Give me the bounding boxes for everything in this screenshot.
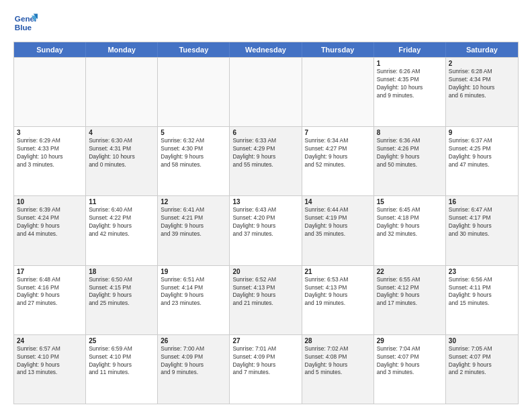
day-info: Sunrise: 6:50 AM Sunset: 4:15 PM Dayligh… [89, 276, 154, 308]
calendar-cell: 22Sunrise: 6:55 AM Sunset: 4:12 PM Dayli… [374, 266, 446, 334]
calendar-cell: 4Sunrise: 6:30 AM Sunset: 4:31 PM Daylig… [86, 127, 158, 195]
day-info: Sunrise: 6:26 AM Sunset: 4:35 PM Dayligh… [377, 68, 443, 100]
day-number: 24 [17, 337, 83, 345]
day-number: 19 [161, 268, 226, 275]
day-number: 23 [449, 268, 515, 275]
calendar-header-cell: Friday [374, 42, 446, 57]
calendar-cell: 25Sunrise: 6:59 AM Sunset: 4:10 PM Dayli… [86, 335, 158, 404]
day-info: Sunrise: 6:39 AM Sunset: 4:24 PM Dayligh… [17, 206, 83, 238]
day-number: 10 [17, 198, 83, 205]
calendar-cell: 1Sunrise: 6:26 AM Sunset: 4:35 PM Daylig… [374, 58, 446, 126]
calendar-cell [14, 58, 86, 126]
calendar-header: SundayMondayTuesdayWednesdayThursdayFrid… [14, 42, 518, 57]
day-number: 3 [17, 129, 83, 136]
day-number: 27 [232, 337, 298, 345]
logo-icon: General Blue [13, 11, 38, 35]
calendar-header-cell: Sunday [14, 42, 86, 57]
header: General Blue [13, 11, 519, 35]
day-info: Sunrise: 6:36 AM Sunset: 4:26 PM Dayligh… [377, 137, 443, 169]
day-number: 14 [305, 198, 371, 205]
day-number: 18 [89, 268, 154, 275]
day-info: Sunrise: 7:01 AM Sunset: 4:09 PM Dayligh… [232, 345, 298, 377]
calendar-cell: 17Sunrise: 6:48 AM Sunset: 4:16 PM Dayli… [14, 266, 86, 334]
day-info: Sunrise: 6:45 AM Sunset: 4:18 PM Dayligh… [377, 206, 443, 238]
day-number: 30 [449, 337, 515, 345]
calendar-cell [86, 58, 158, 126]
calendar-cell: 19Sunrise: 6:51 AM Sunset: 4:14 PM Dayli… [158, 266, 230, 334]
day-info: Sunrise: 6:29 AM Sunset: 4:33 PM Dayligh… [17, 137, 83, 169]
page: General Blue SundayMondayTuesdayWednesda… [0, 0, 532, 411]
calendar: SundayMondayTuesdayWednesdayThursdayFrid… [13, 42, 519, 404]
day-number: 17 [17, 268, 83, 275]
calendar-cell: 16Sunrise: 6:47 AM Sunset: 4:17 PM Dayli… [446, 196, 518, 265]
day-number: 12 [161, 198, 226, 205]
day-number: 11 [89, 198, 154, 205]
calendar-cell [158, 58, 230, 126]
calendar-cell: 12Sunrise: 6:41 AM Sunset: 4:21 PM Dayli… [158, 196, 230, 265]
calendar-row: 1Sunrise: 6:26 AM Sunset: 4:35 PM Daylig… [14, 57, 518, 126]
day-number: 9 [449, 129, 515, 136]
day-number: 29 [377, 337, 443, 345]
calendar-cell: 29Sunrise: 7:04 AM Sunset: 4:07 PM Dayli… [374, 335, 446, 404]
calendar-cell: 10Sunrise: 6:39 AM Sunset: 4:24 PM Dayli… [14, 196, 86, 265]
calendar-cell: 23Sunrise: 6:56 AM Sunset: 4:11 PM Dayli… [446, 266, 518, 334]
day-info: Sunrise: 6:37 AM Sunset: 4:25 PM Dayligh… [449, 137, 515, 169]
calendar-cell: 27Sunrise: 7:01 AM Sunset: 4:09 PM Dayli… [230, 335, 302, 404]
day-info: Sunrise: 6:53 AM Sunset: 4:13 PM Dayligh… [305, 276, 371, 308]
day-info: Sunrise: 7:00 AM Sunset: 4:09 PM Dayligh… [161, 345, 226, 377]
calendar-cell: 30Sunrise: 7:05 AM Sunset: 4:07 PM Dayli… [446, 335, 518, 404]
calendar-cell: 6Sunrise: 6:33 AM Sunset: 4:29 PM Daylig… [230, 127, 302, 195]
day-info: Sunrise: 6:43 AM Sunset: 4:20 PM Dayligh… [232, 206, 298, 238]
day-number: 28 [305, 337, 371, 345]
day-number: 25 [89, 337, 154, 345]
calendar-cell: 28Sunrise: 7:02 AM Sunset: 4:08 PM Dayli… [302, 335, 374, 404]
calendar-row: 10Sunrise: 6:39 AM Sunset: 4:24 PM Dayli… [14, 195, 518, 265]
calendar-cell: 14Sunrise: 6:44 AM Sunset: 4:19 PM Dayli… [302, 196, 374, 265]
day-info: Sunrise: 6:55 AM Sunset: 4:12 PM Dayligh… [377, 276, 443, 308]
day-info: Sunrise: 6:30 AM Sunset: 4:31 PM Dayligh… [89, 137, 154, 169]
calendar-header-cell: Saturday [446, 42, 518, 57]
day-number: 8 [377, 129, 443, 136]
day-info: Sunrise: 6:33 AM Sunset: 4:29 PM Dayligh… [232, 137, 298, 169]
calendar-body: 1Sunrise: 6:26 AM Sunset: 4:35 PM Daylig… [14, 57, 518, 404]
day-number: 5 [161, 129, 226, 136]
calendar-cell [302, 58, 374, 126]
day-info: Sunrise: 6:56 AM Sunset: 4:11 PM Dayligh… [449, 276, 515, 308]
day-number: 2 [449, 60, 515, 67]
calendar-cell: 13Sunrise: 6:43 AM Sunset: 4:20 PM Dayli… [230, 196, 302, 265]
day-number: 1 [377, 60, 443, 67]
day-info: Sunrise: 6:51 AM Sunset: 4:14 PM Dayligh… [161, 276, 226, 308]
day-info: Sunrise: 6:28 AM Sunset: 4:34 PM Dayligh… [449, 68, 515, 100]
calendar-cell: 15Sunrise: 6:45 AM Sunset: 4:18 PM Dayli… [374, 196, 446, 265]
calendar-cell: 2Sunrise: 6:28 AM Sunset: 4:34 PM Daylig… [446, 58, 518, 126]
calendar-cell: 3Sunrise: 6:29 AM Sunset: 4:33 PM Daylig… [14, 127, 86, 195]
day-info: Sunrise: 7:02 AM Sunset: 4:08 PM Dayligh… [305, 345, 371, 377]
day-info: Sunrise: 6:59 AM Sunset: 4:10 PM Dayligh… [89, 345, 154, 377]
calendar-cell: 21Sunrise: 6:53 AM Sunset: 4:13 PM Dayli… [302, 266, 374, 334]
calendar-cell [230, 58, 302, 126]
calendar-header-cell: Tuesday [158, 42, 230, 57]
day-number: 6 [232, 129, 298, 136]
calendar-cell: 7Sunrise: 6:34 AM Sunset: 4:27 PM Daylig… [302, 127, 374, 195]
calendar-row: 24Sunrise: 6:57 AM Sunset: 4:10 PM Dayli… [14, 334, 518, 404]
calendar-cell: 8Sunrise: 6:36 AM Sunset: 4:26 PM Daylig… [374, 127, 446, 195]
day-number: 22 [377, 268, 443, 275]
day-number: 4 [89, 129, 154, 136]
day-info: Sunrise: 6:47 AM Sunset: 4:17 PM Dayligh… [449, 206, 515, 238]
calendar-cell: 18Sunrise: 6:50 AM Sunset: 4:15 PM Dayli… [86, 266, 158, 334]
calendar-header-cell: Thursday [302, 42, 374, 57]
day-info: Sunrise: 6:34 AM Sunset: 4:27 PM Dayligh… [305, 137, 371, 169]
calendar-header-cell: Wednesday [230, 42, 302, 57]
calendar-cell: 26Sunrise: 7:00 AM Sunset: 4:09 PM Dayli… [158, 335, 230, 404]
day-number: 21 [305, 268, 371, 275]
day-info: Sunrise: 7:04 AM Sunset: 4:07 PM Dayligh… [377, 345, 443, 377]
calendar-row: 3Sunrise: 6:29 AM Sunset: 4:33 PM Daylig… [14, 126, 518, 195]
svg-text:Blue: Blue [15, 23, 32, 32]
day-number: 26 [161, 337, 226, 345]
calendar-cell: 9Sunrise: 6:37 AM Sunset: 4:25 PM Daylig… [446, 127, 518, 195]
day-info: Sunrise: 6:40 AM Sunset: 4:22 PM Dayligh… [89, 206, 154, 238]
day-number: 13 [232, 198, 298, 205]
day-info: Sunrise: 6:57 AM Sunset: 4:10 PM Dayligh… [17, 345, 83, 377]
calendar-header-cell: Monday [86, 42, 158, 57]
day-info: Sunrise: 6:52 AM Sunset: 4:13 PM Dayligh… [232, 276, 298, 308]
